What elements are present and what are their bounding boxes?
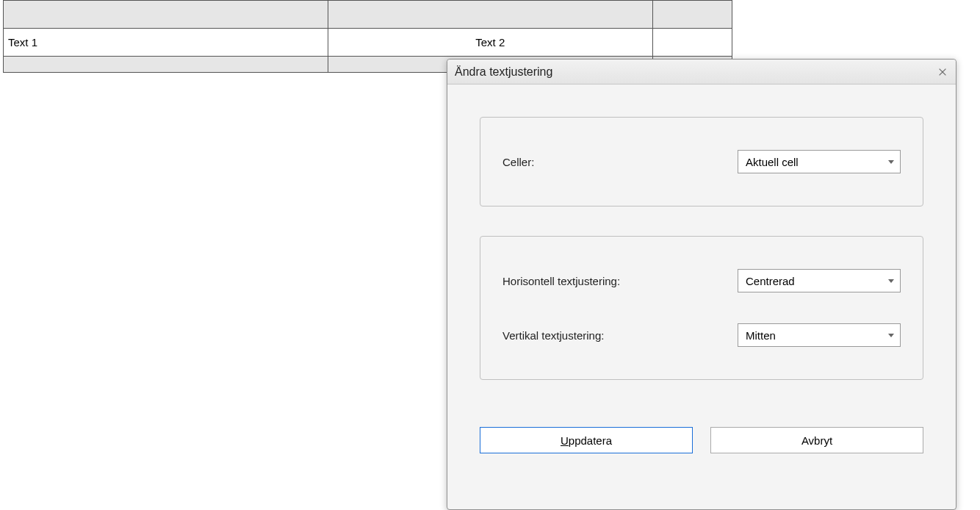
table-cell-text2-selected[interactable]: Text 2 [328,29,652,57]
table-cell[interactable] [4,1,328,29]
vertical-align-value: Mitten [746,329,776,342]
cells-label: Celler: [502,156,738,168]
cells-select-value: Aktuell cell [746,156,799,168]
horizontal-align-value: Centrerad [746,275,795,287]
text-alignment-dialog: Ändra textjustering Celler: Aktuell cell… [447,59,956,510]
vertical-align-label: Vertikal textjustering: [502,329,738,342]
dialog-title: Ändra textjustering [455,65,552,79]
table-cell[interactable] [652,1,732,29]
cells-select[interactable]: Aktuell cell [738,150,901,173]
vertical-align-select[interactable]: Mitten [738,323,901,347]
alignment-group: Horisontell textjustering: Centrerad Ver… [480,236,923,380]
chevron-down-icon [888,279,894,283]
cancel-button[interactable]: Avbryt [710,427,923,453]
table-cell[interactable] [4,57,328,73]
table-cell[interactable] [652,29,732,57]
table-cell-text1[interactable]: Text 1 [4,29,328,57]
table-cell[interactable] [328,1,652,29]
update-button[interactable]: Uppdatera [480,427,693,453]
dialog-titlebar[interactable]: Ändra textjustering [447,60,956,85]
cells-group: Celler: Aktuell cell [480,117,923,206]
chevron-down-icon [888,334,894,337]
horizontal-align-select[interactable]: Centrerad [738,269,901,292]
cancel-button-label: Avbryt [801,434,832,447]
close-icon[interactable] [937,66,948,78]
horizontal-align-label: Horisontell textjustering: [502,275,738,287]
chevron-down-icon [888,160,894,164]
